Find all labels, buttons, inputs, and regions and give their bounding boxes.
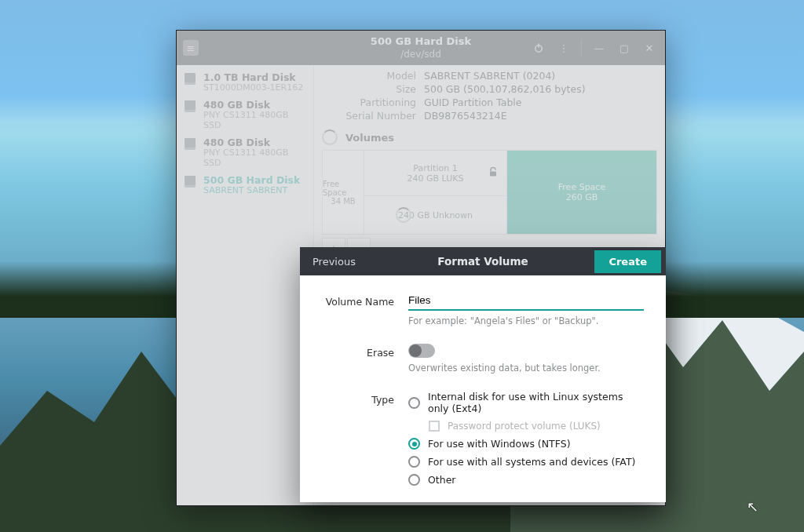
volume-name-input[interactable]	[408, 293, 644, 311]
create-button[interactable]: Create	[594, 250, 661, 273]
cursor-icon: ↖	[747, 498, 758, 515]
checkbox-luks: Password protect volume (LUKS)	[408, 421, 644, 432]
label-type: Type	[322, 391, 394, 406]
format-volume-dialog: Previous Format Volume Create Volume Nam…	[300, 247, 666, 502]
volume-name-hint: For example: "Angela's Files" or "Backup…	[408, 315, 644, 326]
erase-toggle[interactable]	[408, 344, 435, 358]
radio-other[interactable]: Other	[408, 474, 644, 486]
radio-ntfs[interactable]: For use with Windows (NTFS)	[408, 438, 644, 450]
label-erase: Erase	[322, 344, 394, 359]
dialog-header: Previous Format Volume Create	[300, 247, 666, 275]
previous-button[interactable]: Previous	[305, 251, 364, 272]
erase-hint: Overwrites existing data, but takes long…	[408, 363, 644, 373]
radio-fat[interactable]: For use with all systems and devices (FA…	[408, 456, 644, 468]
label-volume-name: Volume Name	[322, 293, 394, 308]
radio-ext4[interactable]: Internal disk for use with Linux systems…	[408, 391, 644, 414]
